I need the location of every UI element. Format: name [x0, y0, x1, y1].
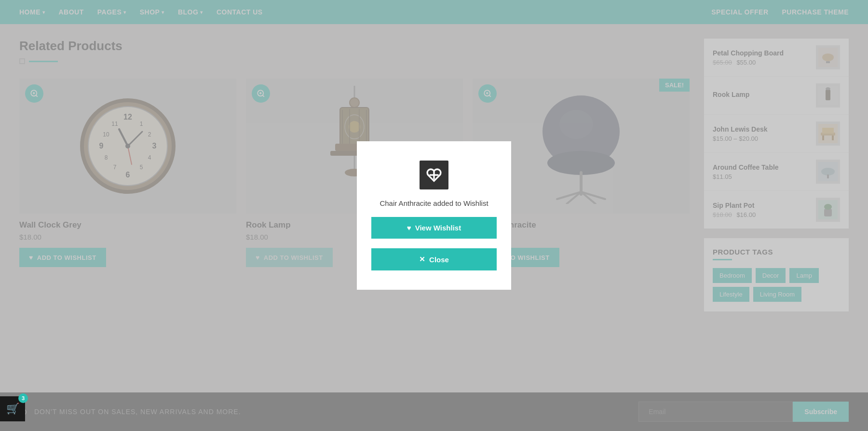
cart-badge: 3 [18, 393, 28, 403]
close-icon: ✕ [419, 255, 425, 264]
view-wishlist-button[interactable]: ♥ View Wishlist [371, 217, 497, 239]
heart-icon: ♥ [407, 224, 411, 232]
modal-box: Chair Anthracite added to Wishlist ♥ Vie… [357, 141, 511, 290]
modal-icon-wrap [420, 161, 448, 189]
cart-button[interactable]: 3 🛒 [0, 396, 25, 421]
modal-overlay: Chair Anthracite added to Wishlist ♥ Vie… [0, 0, 868, 431]
close-modal-button[interactable]: ✕ Close [371, 248, 497, 270]
wishlist-icon [426, 167, 442, 183]
modal-message: Chair Anthracite added to Wishlist [380, 199, 488, 207]
cart-icon: 🛒 [6, 403, 19, 415]
